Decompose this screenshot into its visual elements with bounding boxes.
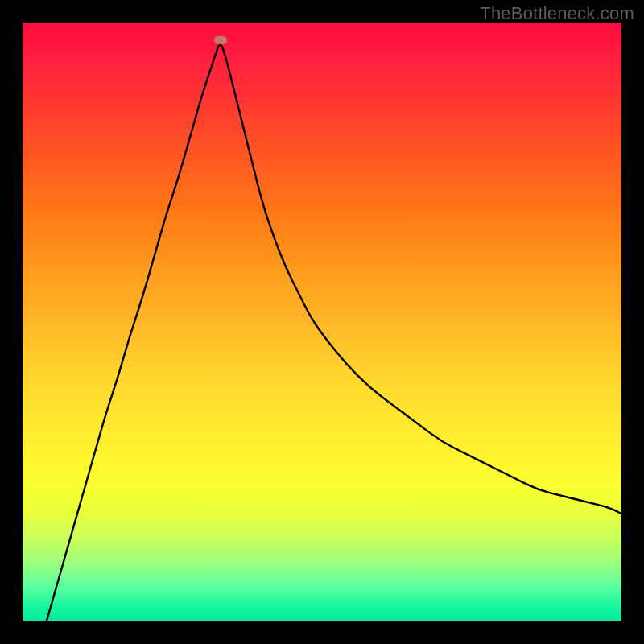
plot-area xyxy=(23,23,621,621)
bottleneck-curve xyxy=(23,23,621,621)
minimum-marker xyxy=(214,36,227,44)
chart-frame: TheBottleneck.com xyxy=(0,0,644,644)
watermark-label: TheBottleneck.com xyxy=(480,3,634,24)
